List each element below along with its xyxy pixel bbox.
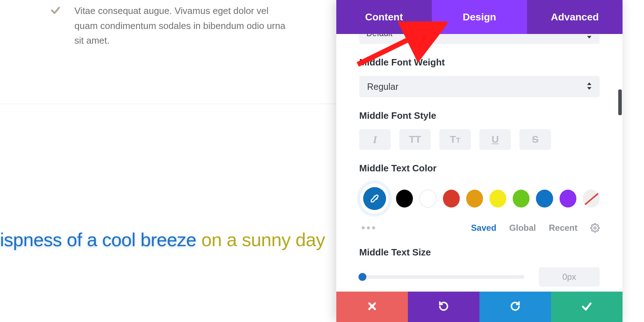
color-tab-global[interactable]: Global: [509, 223, 536, 233]
swatch-black[interactable]: [396, 190, 413, 208]
color-settings-button[interactable]: [590, 223, 600, 233]
hero-text-olive: on a sunny day: [196, 229, 325, 250]
style-uppercase-button[interactable]: TT: [399, 129, 431, 150]
eyedropper-icon: [363, 187, 386, 210]
prev-section-select[interactable]: Default: [359, 34, 600, 44]
font-weight-select[interactable]: Regular: [359, 76, 600, 97]
undo-icon: [438, 301, 449, 313]
style-strike-button[interactable]: S: [519, 129, 551, 150]
undo-button[interactable]: [408, 292, 479, 322]
swatch-blue[interactable]: [536, 190, 553, 208]
svg-marker-1: [587, 36, 591, 39]
hero-text-blue: ispness of a cool breeze: [0, 229, 196, 250]
panel-scrollbar[interactable]: [618, 89, 622, 115]
style-underline-button[interactable]: U: [479, 129, 511, 150]
swatch-white[interactable]: [419, 190, 436, 208]
swatch-orange[interactable]: [466, 190, 483, 208]
redo-button[interactable]: [479, 292, 551, 322]
save-button[interactable]: [551, 292, 623, 322]
text-size-slider[interactable]: [359, 275, 525, 279]
section-divider: [0, 104, 336, 104]
cancel-button[interactable]: [336, 292, 408, 322]
color-picker-button[interactable]: [359, 182, 390, 215]
settings-panel: Content Design Advanced Default Middle F…: [336, 0, 623, 322]
bullet-row: Vitae consequat augue. Vivamus eget dolo…: [50, 4, 329, 48]
color-palette-tabs: ••• Saved Global Recent: [359, 222, 600, 234]
select-chevron-icon: [587, 82, 592, 92]
swatch-green[interactable]: [513, 190, 530, 208]
select-chevron-icon: [587, 34, 592, 41]
font-weight-label: Middle Font Weight: [359, 57, 600, 68]
svg-point-4: [594, 227, 596, 229]
text-size-row: 0px: [359, 267, 600, 287]
color-tab-recent[interactable]: Recent: [549, 223, 577, 233]
swatch-yellow[interactable]: [489, 190, 506, 208]
bullet-text: Vitae consequat augue. Vivamus eget dolo…: [74, 4, 289, 48]
color-tab-saved[interactable]: Saved: [471, 223, 497, 233]
svg-marker-3: [587, 87, 591, 90]
panel-footer: [336, 292, 623, 322]
design-panel-body: Default Middle Font Weight Regular Middl…: [336, 34, 623, 292]
color-swatches: [359, 182, 600, 215]
redo-icon: [509, 301, 521, 313]
page-preview: Vitae consequat augue. Vivamus eget dolo…: [0, 0, 336, 322]
close-icon: [366, 301, 378, 313]
svg-marker-2: [587, 83, 591, 85]
text-color-label: Middle Text Color: [359, 163, 600, 174]
more-colors-button[interactable]: •••: [361, 222, 458, 234]
prev-section-select-value: Default: [366, 34, 392, 38]
style-italic-button[interactable]: I: [359, 129, 391, 150]
gear-icon: [590, 223, 600, 233]
font-style-label: Middle Font Style: [359, 110, 600, 121]
check-icon: [50, 5, 61, 48]
style-titlecase-button[interactable]: TT: [439, 129, 471, 150]
tab-design[interactable]: Design: [432, 0, 527, 34]
swatch-none[interactable]: [583, 190, 600, 208]
tab-content[interactable]: Content: [336, 0, 432, 34]
slider-thumb[interactable]: [358, 273, 366, 281]
swatch-red[interactable]: [443, 190, 460, 208]
tab-advanced[interactable]: Advanced: [527, 0, 623, 34]
text-size-label: Middle Text Size: [359, 247, 600, 258]
swatch-purple[interactable]: [560, 190, 576, 208]
hero-text: ispness of a cool breeze on a sunny day: [0, 229, 325, 250]
font-style-buttons: I TT TT U S: [359, 129, 600, 150]
text-size-value[interactable]: 0px: [539, 267, 600, 287]
settings-tabs: Content Design Advanced: [336, 0, 623, 34]
font-weight-value: Regular: [367, 82, 399, 92]
check-icon: [581, 301, 592, 313]
